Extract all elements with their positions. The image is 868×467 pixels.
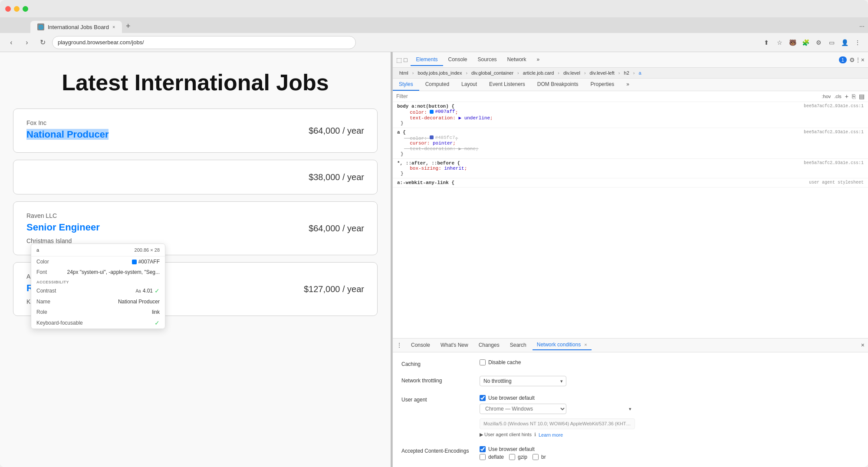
window-controls: ⋯ xyxy=(856,20,868,33)
breadcrumb-body[interactable]: body.jobs.jobs_index xyxy=(415,69,464,76)
bottom-tab-console[interactable]: Console xyxy=(407,340,434,350)
hints-toggle[interactable]: ▶ User agent client hints xyxy=(480,432,532,437)
breadcrumb-div-level[interactable]: div.level xyxy=(561,69,582,76)
back-button[interactable]: ‹ xyxy=(5,36,17,49)
bottom-tab-changes[interactable]: Changes xyxy=(474,340,504,350)
disable-cache-label[interactable]: Disable cache xyxy=(480,359,521,365)
color-swatch xyxy=(132,260,137,264)
br-label[interactable]: br xyxy=(533,454,546,460)
job-title-link-3[interactable]: Senior Engineer xyxy=(26,222,100,233)
throttling-control: No throttling Fast 3G Slow 3G Offline xyxy=(480,376,859,386)
company-name-3: Raven LLC xyxy=(26,212,364,219)
use-browser-default-encoding-label[interactable]: Use browser default xyxy=(480,446,546,452)
bottom-panel-tabs: ⋮ Console What's New Changes Search Netw… xyxy=(393,339,868,352)
tab-sources[interactable]: Sources xyxy=(473,54,502,66)
devtools-more-icon[interactable]: ⋮ xyxy=(855,56,861,63)
menu-icon[interactable]: ⋮ xyxy=(852,37,863,48)
use-browser-default-checkbox[interactable] xyxy=(480,395,486,401)
cls-toggle[interactable]: .cls xyxy=(834,94,842,99)
breadcrumb-h2[interactable]: h2 xyxy=(622,69,631,76)
gzip-checkbox[interactable] xyxy=(509,454,515,460)
learn-more-link[interactable]: Learn more xyxy=(539,432,563,437)
breadcrumb-article[interactable]: article.job.card xyxy=(521,69,556,76)
tab-more[interactable]: » xyxy=(532,54,545,66)
hover-toggle[interactable]: :hov xyxy=(822,94,831,99)
tab-close-button[interactable]: × xyxy=(112,24,115,30)
profile-icon[interactable]: 👤 xyxy=(839,37,850,48)
tab-label: International Jobs Board xyxy=(48,24,109,30)
tooltip-dimensions: 200.86 × 28 xyxy=(135,247,160,253)
breadcrumb-div-level-left[interactable]: div.level-left xyxy=(588,69,617,76)
tab-network[interactable]: Network xyxy=(502,54,532,66)
tooltip-keyboard-row: Keyboard-focusable ✓ xyxy=(31,317,165,329)
website-panel: Latest International Jobs Fox Inc Nation… xyxy=(0,52,391,467)
bottom-tab-network-conditions[interactable]: Network conditions × xyxy=(533,340,592,350)
styles-tab-styles[interactable]: Styles xyxy=(393,79,419,91)
copy-style-icon[interactable]: ⎘ xyxy=(852,93,855,100)
throttling-select[interactable]: No throttling Fast 3G Slow 3G Offline xyxy=(480,376,566,386)
close-button[interactable] xyxy=(5,6,11,12)
breadcrumb-html[interactable]: html xyxy=(397,69,411,76)
new-tab-button[interactable]: + xyxy=(122,20,134,32)
sidebar-toggle-icon[interactable]: ▭ xyxy=(826,37,837,48)
styles-tab-event-listeners[interactable]: Event Listeners xyxy=(483,79,531,91)
puzzle-icon[interactable]: ⚙ xyxy=(813,37,824,48)
site-header: Latest International Jobs xyxy=(0,52,391,109)
disable-cache-checkbox[interactable] xyxy=(480,359,486,365)
css-brace-2: } xyxy=(397,151,864,157)
user-agent-hints-row: ▶ User agent client hints ℹ Learn more xyxy=(480,432,635,437)
deflate-label[interactable]: deflate xyxy=(480,454,504,460)
bottom-tab-whats-new[interactable]: What's New xyxy=(436,340,473,350)
br-checkbox[interactable] xyxy=(533,454,539,460)
bottom-panel-close[interactable]: × xyxy=(861,342,865,349)
bookmark-icon[interactable]: ☆ xyxy=(774,37,785,48)
job-title-link-1[interactable]: National Producer xyxy=(26,129,108,140)
tooltip-font-label: Font xyxy=(36,269,47,275)
gzip-label[interactable]: gzip xyxy=(509,454,527,460)
tooltip-color-label: Color xyxy=(36,259,49,265)
bottom-panel-three-dots[interactable]: ⋮ xyxy=(396,342,402,349)
styles-tab-properties[interactable]: Properties xyxy=(585,79,621,91)
bottom-tab-search[interactable]: Search xyxy=(506,340,531,350)
extension-icon[interactable]: 🧩 xyxy=(800,37,811,48)
network-conditions-close[interactable]: × xyxy=(584,342,587,347)
inspector-icon[interactable]: ⬚ xyxy=(396,56,402,63)
styles-tab-computed[interactable]: Computed xyxy=(419,79,455,91)
reload-button[interactable]: ↻ xyxy=(36,36,49,49)
css-prop-textdec-2: text-decoration: ▶ none; xyxy=(397,146,864,151)
tab-elements[interactable]: Elements xyxy=(411,54,443,66)
tooltip-font-row: Font 24px "system-ui", -apple-system, "S… xyxy=(31,267,165,277)
bear-icon[interactable]: 🐻 xyxy=(787,37,798,48)
share-icon[interactable]: ⬆ xyxy=(761,37,772,48)
breadcrumb-div-global[interactable]: div.global_container xyxy=(469,69,516,76)
devtools-close-icon[interactable]: × xyxy=(861,56,865,63)
layout-icon[interactable]: ▤ xyxy=(859,93,865,100)
devtools-panel: ⬚ □ Elements Console Sources Network » 1… xyxy=(392,52,868,467)
use-browser-default-label[interactable]: Use browser default xyxy=(480,395,635,401)
tooltip-color-value: #007AFF xyxy=(132,259,160,265)
deflate-checkbox[interactable] xyxy=(480,454,486,460)
styles-tab-dom-breakpoints[interactable]: DOM Breakpoints xyxy=(531,79,585,91)
throttling-label: Network throttling xyxy=(401,376,471,384)
encodings-control: Use browser default deflate xyxy=(480,446,859,460)
fullscreen-button[interactable] xyxy=(23,6,28,12)
page-title: Latest International Jobs xyxy=(9,69,382,95)
tooltip-keyboard-label: Keyboard-focusable xyxy=(36,320,83,326)
use-browser-default-encoding-checkbox[interactable] xyxy=(480,446,486,452)
minimize-button[interactable] xyxy=(14,6,20,12)
active-tab[interactable]: 🌐 International Jobs Board × xyxy=(30,21,122,33)
styles-tab-more[interactable]: » xyxy=(620,79,635,91)
css-rule-4: user agent stylesheet a:-webkit-any-link… xyxy=(393,178,868,187)
user-agent-row: User agent Use browser default Chrome — … xyxy=(401,395,859,437)
address-bar[interactable]: playground.browserbear.com/jobs/ xyxy=(52,36,356,49)
add-style-icon[interactable]: + xyxy=(845,93,848,100)
styles-tab-layout[interactable]: Layout xyxy=(455,79,483,91)
devtools-settings-icon[interactable]: ⚙ xyxy=(849,56,855,63)
device-icon[interactable]: □ xyxy=(404,56,407,63)
tab-console[interactable]: Console xyxy=(443,54,473,66)
ua-select[interactable]: Chrome — Windows Chrome — Android Firefo… xyxy=(480,404,566,414)
styles-filter-input[interactable] xyxy=(396,93,819,99)
forward-button[interactable]: › xyxy=(21,36,33,49)
breadcrumb-a[interactable]: a xyxy=(636,69,643,76)
toolbar-icons: ⬆ ☆ 🐻 🧩 ⚙ ▭ 👤 ⋮ xyxy=(761,37,863,48)
